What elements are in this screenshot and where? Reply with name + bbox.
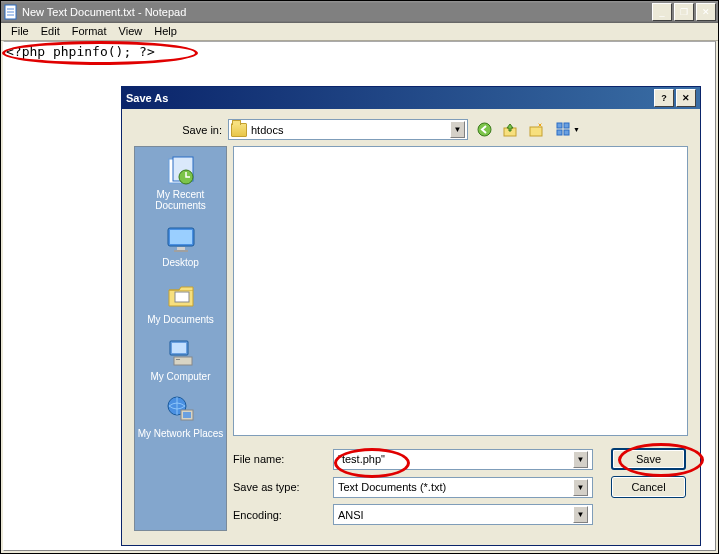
svg-point-4 xyxy=(478,123,491,136)
savein-row: Save in: htdocs ▼ ▼ xyxy=(134,119,688,140)
svg-rect-7 xyxy=(557,123,562,128)
saveastype-label: Save as type: xyxy=(233,481,325,493)
back-icon[interactable] xyxy=(474,120,494,140)
sidebar-item-label: My Documents xyxy=(147,314,214,325)
sidebar-item-network[interactable]: My Network Places xyxy=(136,392,226,441)
menubar: File Edit Format View Help xyxy=(1,23,718,41)
dialog-title: Save As xyxy=(126,92,654,104)
places-sidebar: My Recent Documents Desktop My Documents xyxy=(134,146,227,531)
svg-rect-18 xyxy=(175,292,189,302)
sidebar-item-mydocs[interactable]: My Documents xyxy=(136,278,226,327)
menu-edit[interactable]: Edit xyxy=(35,23,66,40)
up-icon[interactable] xyxy=(500,120,520,140)
dialog-help-button[interactable]: ? xyxy=(654,89,674,107)
svg-rect-6 xyxy=(530,127,542,136)
dialog-main: My Recent Documents Desktop My Documents xyxy=(134,146,688,531)
close-button[interactable]: ✕ xyxy=(696,3,716,21)
dialog-titlebar: Save As ? ✕ xyxy=(122,87,700,109)
encoding-label: Encoding: xyxy=(233,509,325,521)
notepad-titlebar: New Text Document.txt - Notepad _ ❐ ✕ xyxy=(1,1,718,23)
sidebar-item-mycomputer[interactable]: My Computer xyxy=(136,335,226,384)
dropdown-arrow-icon[interactable]: ▼ xyxy=(573,451,588,468)
encoding-combo[interactable]: ANSI ▼ xyxy=(333,504,593,525)
desktop-icon xyxy=(165,223,197,255)
sidebar-item-label: My Computer xyxy=(150,371,210,382)
menu-view[interactable]: View xyxy=(113,23,149,40)
menu-format[interactable]: Format xyxy=(66,23,113,40)
folder-icon xyxy=(231,123,247,137)
menu-file[interactable]: File xyxy=(5,23,35,40)
dialog-body: Save in: htdocs ▼ ▼ xyxy=(122,109,700,541)
svg-rect-17 xyxy=(174,250,188,252)
svg-rect-22 xyxy=(176,359,180,360)
cancel-button[interactable]: Cancel xyxy=(611,476,686,498)
svg-rect-9 xyxy=(557,130,562,135)
maximize-button[interactable]: ❐ xyxy=(674,3,694,21)
svg-rect-16 xyxy=(177,247,185,250)
my-computer-icon xyxy=(165,337,197,369)
bottom-fields: File name: "test.php" ▼ Save Save as typ… xyxy=(233,448,688,531)
window-controls: _ ❐ ✕ xyxy=(652,3,716,21)
encoding-row: Encoding: ANSI ▼ xyxy=(233,504,688,525)
window-title: New Text Document.txt - Notepad xyxy=(22,6,652,18)
recent-docs-icon xyxy=(165,155,197,187)
svg-rect-25 xyxy=(183,412,191,418)
svg-rect-15 xyxy=(170,230,192,244)
saveastype-row: Save as type: Text Documents (*.txt) ▼ C… xyxy=(233,476,688,498)
sidebar-item-desktop[interactable]: Desktop xyxy=(136,221,226,270)
svg-rect-21 xyxy=(174,357,192,365)
file-area: File name: "test.php" ▼ Save Save as typ… xyxy=(227,146,688,531)
encoding-value: ANSI xyxy=(338,509,364,521)
savein-value: htdocs xyxy=(251,124,283,136)
dialog-close-button[interactable]: ✕ xyxy=(676,89,696,107)
savein-combo[interactable]: htdocs ▼ xyxy=(228,119,468,140)
views-icon[interactable]: ▼ xyxy=(552,120,584,140)
sidebar-item-recent[interactable]: My Recent Documents xyxy=(136,153,226,213)
filename-value: "test.php" xyxy=(338,453,385,465)
filename-row: File name: "test.php" ▼ Save xyxy=(233,448,688,470)
dropdown-arrow-icon[interactable]: ▼ xyxy=(573,479,588,496)
sidebar-item-label: Desktop xyxy=(162,257,199,268)
dialog-toolbar: ▼ xyxy=(474,120,584,140)
new-folder-icon[interactable] xyxy=(526,120,546,140)
network-places-icon xyxy=(165,394,197,426)
saveastype-value: Text Documents (*.txt) xyxy=(338,481,446,493)
notepad-app-icon xyxy=(3,4,19,20)
menu-help[interactable]: Help xyxy=(148,23,183,40)
savein-label: Save in: xyxy=(134,124,222,136)
svg-rect-8 xyxy=(564,123,569,128)
dropdown-arrow-icon[interactable]: ▼ xyxy=(573,506,588,523)
save-button[interactable]: Save xyxy=(611,448,686,470)
dropdown-arrow-icon[interactable]: ▼ xyxy=(450,121,465,138)
svg-rect-20 xyxy=(172,343,186,353)
sidebar-item-label: My Network Places xyxy=(138,428,224,439)
filename-label: File name: xyxy=(233,453,325,465)
svg-rect-10 xyxy=(564,130,569,135)
editor-text: <?php phpinfo(); ?> xyxy=(6,44,155,59)
save-as-dialog: Save As ? ✕ Save in: htdocs ▼ xyxy=(121,86,701,546)
sidebar-item-label: My Recent Documents xyxy=(136,189,226,211)
minimize-button[interactable]: _ xyxy=(652,3,672,21)
file-list[interactable] xyxy=(233,146,688,436)
my-documents-icon xyxy=(165,280,197,312)
saveastype-combo[interactable]: Text Documents (*.txt) ▼ xyxy=(333,477,593,498)
filename-input[interactable]: "test.php" ▼ xyxy=(333,449,593,470)
